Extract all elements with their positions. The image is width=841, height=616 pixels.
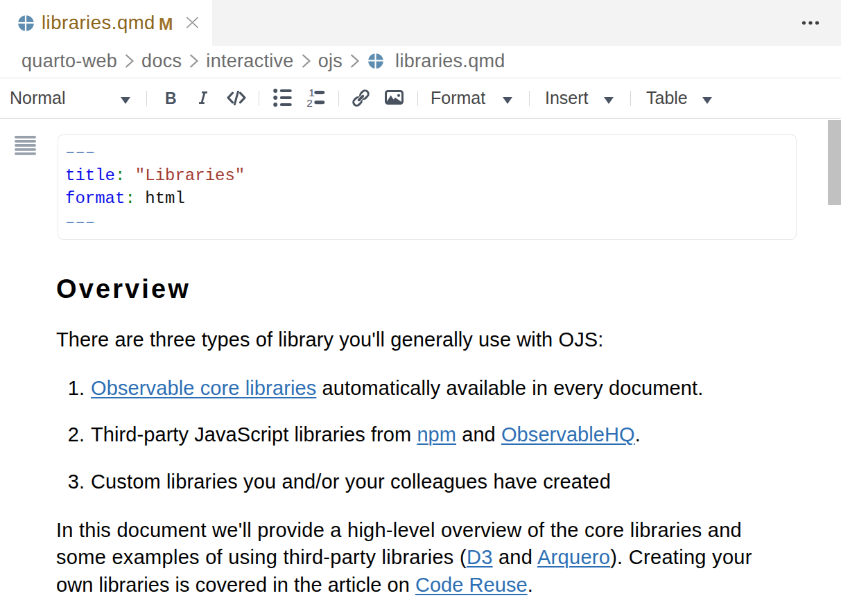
svg-text:2: 2 bbox=[306, 97, 313, 107]
